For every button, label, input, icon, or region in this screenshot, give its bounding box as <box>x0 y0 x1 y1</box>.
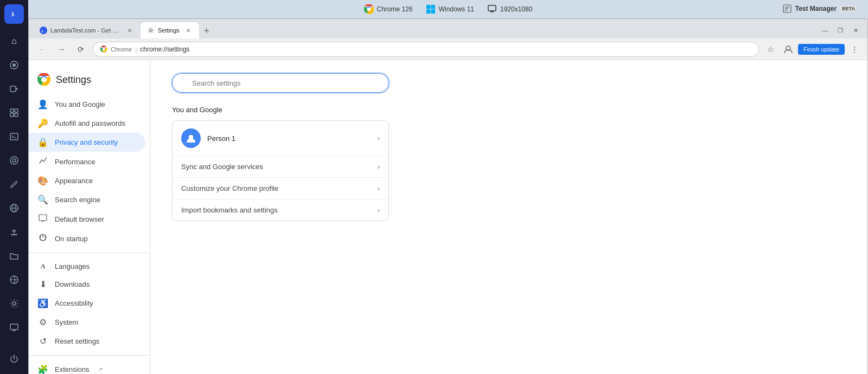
sidebar-icon-upload[interactable] <box>4 222 24 242</box>
svg-rect-17 <box>11 234 17 235</box>
beta-badge: BETA <box>840 5 857 12</box>
sidebar-icon-power[interactable] <box>4 349 24 369</box>
profile-item[interactable]: Person 1 › <box>173 121 388 156</box>
bookmark-button[interactable]: ☆ <box>763 42 778 57</box>
monitor-icon <box>487 4 497 14</box>
profile-name: Person 1 <box>207 134 371 143</box>
sidebar-icon-globe[interactable] <box>4 198 24 218</box>
nav-reset[interactable]: ↺ Reset settings <box>29 332 145 351</box>
tab-lambdatest-label: LambdaTest.com - Get Started <box>50 27 121 34</box>
tab-settings-label: Settings <box>158 27 180 34</box>
sidebar-icon-folder[interactable] <box>4 246 24 266</box>
nav-privacy[interactable]: 🔒 Privacy and security <box>29 133 145 152</box>
new-tab-button[interactable]: + <box>199 23 214 38</box>
nav-system[interactable]: ⚙ System <box>29 313 145 332</box>
sidebar-icon-automation[interactable] <box>4 103 24 122</box>
nav-extensions-icon: 🧩 <box>37 364 48 374</box>
card-item-customize-chevron: › <box>378 185 380 192</box>
nav-accessibility[interactable]: ♿ Accessibility <box>29 294 145 313</box>
finish-update-button[interactable]: Finish update <box>798 44 845 55</box>
you-google-section-title: You and Google <box>172 106 846 114</box>
sidebar-icon-settings[interactable] <box>4 294 24 313</box>
card-item-sync-text: Sync and Google services <box>181 163 371 171</box>
search-settings-input[interactable] <box>172 73 389 93</box>
svg-rect-28 <box>431 5 435 9</box>
chrome-logo-icon <box>364 4 374 14</box>
sidebar-icon-edit[interactable] <box>4 175 24 194</box>
svg-rect-4 <box>10 86 16 92</box>
tab-settings-close[interactable]: ✕ <box>184 26 193 35</box>
sidebar-icon-monitor[interactable] <box>4 318 24 337</box>
windows-info: Windows 11 <box>426 4 474 14</box>
sidebar-icon-home[interactable]: ⌂ <box>4 31 24 51</box>
settings-sidebar: Settings 👤 You and Google 🔑 Autofill and… <box>29 60 150 374</box>
nav-extensions[interactable]: 🧩 Extensions ↗ <box>29 360 145 374</box>
url-address: chrome://settings <box>140 46 189 53</box>
svg-rect-7 <box>15 109 18 112</box>
sidebar-icon-network[interactable] <box>4 270 24 289</box>
url-separator: | <box>135 46 137 53</box>
card-item-customize[interactable]: Customize your Chrome profile › <box>173 178 388 199</box>
nav-languages-icon: A <box>37 262 48 270</box>
nav-languages[interactable]: A Languages <box>29 257 145 275</box>
tab-lambdatest-close[interactable]: ✕ <box>125 26 134 35</box>
nav-on-startup[interactable]: On startup <box>29 229 145 248</box>
settings-main-content: 🔍 You and Google Person 1 › <box>150 60 867 374</box>
sidebar-icon-realtime[interactable] <box>4 55 24 75</box>
test-manager-label: Test Manager <box>795 5 837 12</box>
sidebar-icon-terminal[interactable] <box>4 127 24 146</box>
svg-point-42 <box>103 48 105 50</box>
close-button[interactable]: ✕ <box>848 24 863 36</box>
nav-appearance-icon: 🎨 <box>37 176 48 186</box>
test-manager-area: Test Manager BETA <box>782 4 857 14</box>
settings-page-title: Settings <box>56 74 91 86</box>
restore-button[interactable]: ❒ <box>833 24 848 36</box>
card-item-import[interactable]: Import bookmarks and settings › <box>173 199 388 221</box>
nav-appearance-label: Appearance <box>55 177 93 185</box>
nav-system-icon: ⚙ <box>37 317 48 327</box>
nav-you-google-label: You and Google <box>55 100 105 108</box>
svg-point-13 <box>12 159 16 162</box>
svg-point-39 <box>150 29 152 32</box>
svg-rect-8 <box>10 113 14 117</box>
url-bar[interactable]: Chrome | chrome://settings <box>93 42 759 57</box>
nav-autofill-label: Autofill and passwords <box>55 119 125 127</box>
nav-default-browser[interactable]: Default browser <box>29 209 145 229</box>
nav-privacy-label: Privacy and security <box>55 138 118 146</box>
sidebar-icon-insights[interactable] <box>4 151 24 170</box>
nav-reset-icon: ↺ <box>37 336 48 346</box>
lt-logo[interactable]: λ <box>4 4 24 24</box>
minimize-button[interactable]: — <box>818 24 833 36</box>
test-manager-icon <box>782 4 792 14</box>
nav-search-engine-icon: 🔍 <box>37 195 48 205</box>
sidebar-icon-record[interactable] <box>4 79 24 99</box>
nav-on-startup-icon <box>37 233 48 244</box>
svg-point-3 <box>12 63 16 67</box>
nav-appearance[interactable]: 🎨 Appearance <box>29 171 145 190</box>
nav-search-engine[interactable]: 🔍 Search engine <box>29 190 145 209</box>
nav-performance-icon <box>37 156 48 167</box>
nav-you-google[interactable]: 👤 You and Google <box>29 95 145 114</box>
windows-label: Windows 11 <box>439 5 474 13</box>
window-controls: — ❒ ✕ <box>818 24 863 38</box>
finish-update-label: Finish update <box>803 46 839 53</box>
svg-point-26 <box>367 7 371 11</box>
chrome-label: Chrome 126 <box>377 5 413 13</box>
windows-icon <box>426 4 436 14</box>
nav-performance[interactable]: Performance <box>29 152 145 171</box>
card-item-sync[interactable]: Sync and Google services › <box>173 156 388 178</box>
tab-settings[interactable]: Settings ✕ <box>141 22 199 38</box>
nav-autofill[interactable]: 🔑 Autofill and passwords <box>29 114 145 133</box>
settings-title-area: Settings <box>29 69 150 95</box>
menu-button[interactable]: ⋮ <box>847 42 862 57</box>
address-bar: ← → ⟳ Chrome | chrome://settings ☆ <box>29 38 867 60</box>
refresh-button[interactable]: ⟳ <box>73 42 88 57</box>
forward-button[interactable]: → <box>54 42 69 57</box>
back-button[interactable]: ← <box>34 42 49 57</box>
profile-button[interactable] <box>781 42 796 57</box>
svg-rect-9 <box>15 113 18 117</box>
tab-lambdatest[interactable]: λ LambdaTest.com - Get Started ✕ <box>33 22 141 38</box>
nav-downloads-icon: ⬇ <box>37 279 48 289</box>
nav-downloads[interactable]: ⬇ Downloads <box>29 275 145 294</box>
svg-point-12 <box>10 157 18 164</box>
